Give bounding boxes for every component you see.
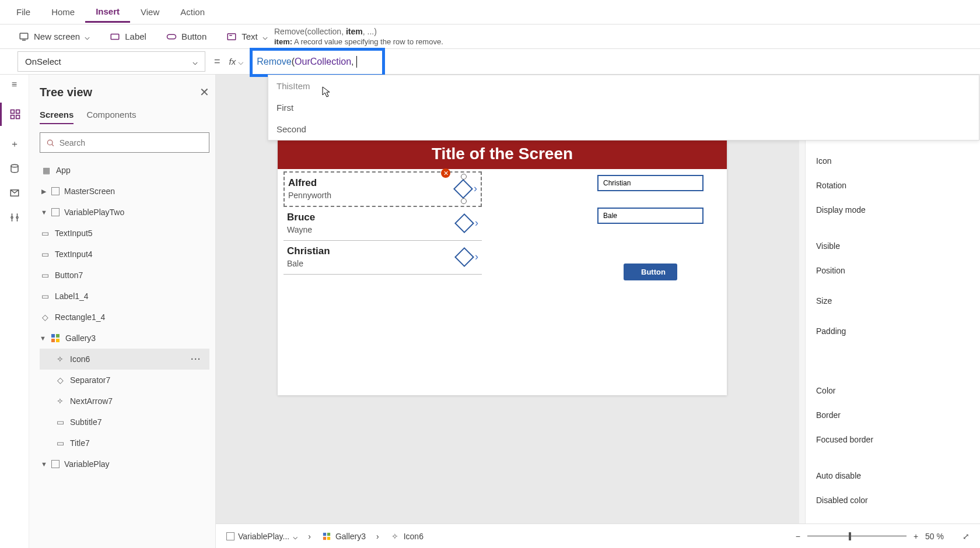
app-icon: ▦: [41, 166, 51, 175]
new-screen-button[interactable]: New screen ⌵: [14, 29, 94, 44]
label-text: Label: [125, 31, 146, 41]
menu-view[interactable]: View: [130, 2, 170, 22]
prop-rotation[interactable]: Rotation: [816, 175, 980, 199]
breadcrumb-screen[interactable]: VariablePlay... ⌵: [226, 532, 298, 541]
node-variableplaytwo[interactable]: ▼ VariablePlayTwo: [40, 202, 209, 223]
node-gallery3[interactable]: ▼ Gallery3: [40, 328, 209, 349]
search-box[interactable]: [40, 132, 209, 153]
gallery-item[interactable]: Bruce Wayne ›: [284, 207, 482, 241]
search-input[interactable]: [60, 138, 203, 147]
svg-rect-5: [16, 110, 20, 114]
node-app-label: App: [56, 166, 71, 175]
fx-dropdown-icon[interactable]: ⌵: [238, 56, 244, 67]
node-ti4-label: TextInput4: [55, 250, 93, 259]
gallery-surname: Bale: [287, 259, 330, 268]
menu-home[interactable]: Home: [41, 2, 85, 22]
tab-screens[interactable]: Screens: [40, 110, 74, 124]
prop-color[interactable]: Color: [816, 380, 980, 405]
close-icon[interactable]: ✕: [200, 85, 209, 99]
label-button[interactable]: Label: [105, 29, 151, 44]
node-nextarrow7[interactable]: ✧ NextArrow7: [40, 391, 209, 412]
chevron-down-icon[interactable]: ▼: [40, 335, 46, 342]
prop-icon[interactable]: Icon: [816, 150, 980, 175]
intellisense-popup: ThisItem First Second: [268, 75, 979, 140]
chevron-down-icon[interactable]: ▼: [41, 461, 47, 468]
checkbox[interactable]: [51, 187, 60, 195]
prop-visible[interactable]: Visible: [816, 236, 980, 260]
prop-border[interactable]: Border: [816, 405, 980, 429]
menu-action[interactable]: Action: [170, 2, 215, 22]
zoom-out-icon[interactable]: −: [796, 532, 800, 541]
intellisense-thisitem[interactable]: ThisItem: [268, 75, 979, 97]
fit-screen-icon[interactable]: ⤢: [963, 532, 970, 541]
button-text: Button: [181, 31, 206, 41]
node-title7[interactable]: ▭ Title7: [40, 433, 209, 454]
gallery-name: Christian: [287, 245, 330, 257]
text-input-1[interactable]: [597, 175, 704, 191]
zoom-in-icon[interactable]: +: [914, 532, 918, 541]
prop-display-mode[interactable]: Display mode: [816, 199, 980, 224]
text-button[interactable]: Text ⌵: [222, 29, 272, 44]
node-variableplay[interactable]: ▼ VariablePlay: [40, 454, 209, 475]
plus-icon[interactable]: ＋: [8, 138, 21, 150]
zoom-slider[interactable]: [807, 535, 907, 537]
screen-icon: [19, 31, 29, 42]
checkbox[interactable]: [51, 460, 60, 468]
screen-preview[interactable]: Title of the Screen ✕ Alfred Pennyworth …: [278, 139, 727, 395]
intellisense-first[interactable]: First: [268, 97, 979, 118]
node-separator7[interactable]: ◇ Separator7: [40, 370, 209, 391]
prop-disabled-color[interactable]: Disabled color: [816, 490, 980, 514]
diamond-icon[interactable]: [454, 247, 474, 267]
chevron-right-icon[interactable]: ▶: [41, 188, 47, 195]
button-button[interactable]: Button: [162, 29, 211, 44]
chevron-down-icon[interactable]: ▼: [41, 209, 47, 216]
crumb2-label: Gallery3: [335, 532, 366, 541]
prop-auto-disable[interactable]: Auto disable: [816, 465, 980, 490]
chevron-right-icon[interactable]: ›: [475, 251, 478, 263]
node-rectangle1-4[interactable]: ◇ Rectangle1_4: [40, 307, 209, 328]
search-icon: [46, 138, 55, 147]
arrow-icon: ✧: [55, 396, 65, 406]
node-app[interactable]: ▦ App: [40, 160, 209, 181]
canvas-button[interactable]: Button: [624, 264, 677, 280]
tok-collection: OurCollection: [295, 57, 351, 67]
node-icon6[interactable]: ✧ Icon6 ···: [40, 349, 209, 370]
diamond-icon[interactable]: [454, 213, 474, 233]
node-textinput5[interactable]: ▭ TextInput5: [40, 223, 209, 244]
breadcrumb-gallery[interactable]: Gallery3: [321, 532, 366, 541]
tools-icon[interactable]: [8, 211, 21, 224]
prop-position[interactable]: Position: [816, 260, 980, 284]
node-btn7-label: Button7: [55, 271, 83, 280]
prop-padding[interactable]: Padding: [816, 321, 980, 345]
svg-rect-6: [16, 115, 20, 119]
property-selector[interactable]: OnSelect ⌵: [18, 51, 205, 72]
node-textinput4[interactable]: ▭ TextInput4: [40, 244, 209, 265]
gallery-item[interactable]: ✕ Alfred Pennyworth ›: [284, 171, 482, 207]
hamburger-icon[interactable]: ≡: [8, 78, 21, 91]
gallery-item[interactable]: Christian Bale ›: [284, 241, 482, 275]
formula-input[interactable]: Remove(OurCollection,: [250, 56, 357, 68]
svg-point-12: [47, 140, 52, 145]
menu-file[interactable]: File: [6, 2, 41, 22]
media-icon[interactable]: [8, 187, 21, 199]
gallery[interactable]: ✕ Alfred Pennyworth › B: [278, 169, 488, 275]
node-master-screen[interactable]: ▶ MasterScreen: [40, 181, 209, 202]
tab-components[interactable]: Components: [86, 110, 136, 124]
tree-view-icon[interactable]: [0, 103, 29, 126]
menu-insert[interactable]: Insert: [85, 2, 130, 23]
checkbox[interactable]: [51, 208, 60, 216]
prop-focused-border[interactable]: Focused border: [816, 429, 980, 454]
node-title-label: Title7: [70, 438, 90, 448]
zoom-thumb[interactable]: [849, 532, 851, 540]
prop-size[interactable]: Size: [816, 290, 980, 315]
data-icon[interactable]: [8, 162, 21, 175]
text-input-2[interactable]: [597, 208, 704, 224]
node-subtitle7[interactable]: ▭ Subtitle7: [40, 412, 209, 433]
node-label1-4[interactable]: ▭ Label1_4: [40, 286, 209, 307]
breadcrumb-icon6[interactable]: ✧ Icon6: [390, 532, 424, 541]
node-button7[interactable]: ▭ Button7: [40, 265, 209, 286]
intellisense-second[interactable]: Second: [268, 118, 979, 140]
canvas: Title of the Screen ✕ Alfred Pennyworth …: [216, 75, 799, 524]
ellipsis-icon[interactable]: ···: [191, 354, 201, 364]
chevron-right-icon[interactable]: ›: [475, 217, 478, 229]
